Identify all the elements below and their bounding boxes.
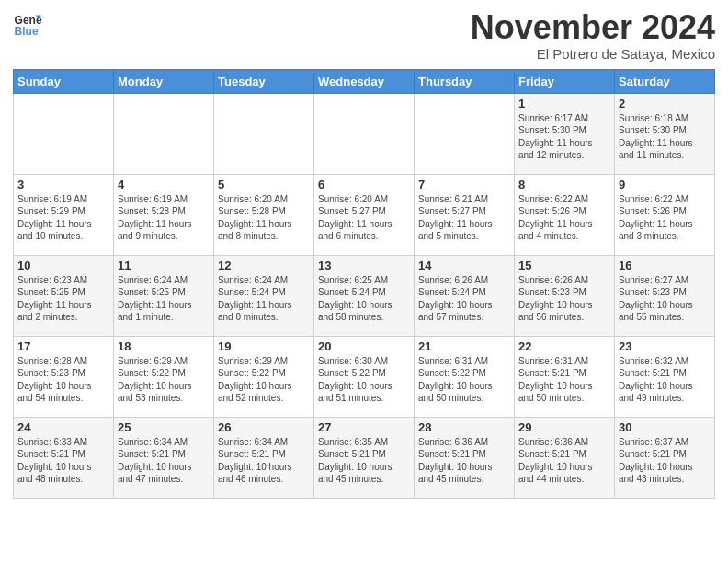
calendar-cell: 10Sunrise: 6:23 AM Sunset: 5:25 PM Dayli… — [14, 255, 114, 336]
day-number: 28 — [418, 420, 510, 434]
day-info: Sunrise: 6:20 AM Sunset: 5:27 PM Dayligh… — [318, 193, 410, 243]
day-number: 25 — [118, 420, 210, 434]
weekday-header-row: SundayMondayTuesdayWednesdayThursdayFrid… — [14, 69, 715, 93]
day-info: Sunrise: 6:37 AM Sunset: 5:21 PM Dayligh… — [619, 436, 711, 486]
day-info: Sunrise: 6:25 AM Sunset: 5:24 PM Dayligh… — [318, 274, 410, 324]
calendar-cell: 26Sunrise: 6:34 AM Sunset: 5:21 PM Dayli… — [214, 417, 314, 498]
calendar-cell: 23Sunrise: 6:32 AM Sunset: 5:21 PM Dayli… — [615, 336, 715, 417]
day-info: Sunrise: 6:20 AM Sunset: 5:28 PM Dayligh… — [218, 193, 310, 243]
day-number: 30 — [619, 420, 711, 434]
day-info: Sunrise: 6:36 AM Sunset: 5:21 PM Dayligh… — [418, 436, 510, 486]
calendar-table: SundayMondayTuesdayWednesdayThursdayFrid… — [13, 69, 715, 499]
day-number: 12 — [218, 259, 310, 272]
header: General Blue November 2024 El Potrero de… — [13, 9, 715, 62]
calendar-week-1: 1Sunrise: 6:17 AM Sunset: 5:30 PM Daylig… — [14, 93, 715, 174]
day-info: Sunrise: 6:21 AM Sunset: 5:27 PM Dayligh… — [418, 193, 510, 243]
day-number: 2 — [619, 97, 711, 110]
day-info: Sunrise: 6:22 AM Sunset: 5:26 PM Dayligh… — [518, 193, 610, 243]
weekday-header-friday: Friday — [515, 69, 615, 93]
day-number: 29 — [518, 420, 610, 434]
location: El Potrero de Sataya, Mexico — [471, 46, 715, 62]
day-number: 4 — [118, 178, 210, 191]
day-number: 15 — [518, 259, 610, 272]
day-info: Sunrise: 6:34 AM Sunset: 5:21 PM Dayligh… — [118, 436, 210, 486]
day-info: Sunrise: 6:35 AM Sunset: 5:21 PM Dayligh… — [318, 436, 410, 486]
calendar-cell: 30Sunrise: 6:37 AM Sunset: 5:21 PM Dayli… — [615, 417, 715, 498]
title-block: November 2024 El Potrero de Sataya, Mexi… — [471, 9, 715, 62]
day-info: Sunrise: 6:24 AM Sunset: 5:24 PM Dayligh… — [218, 274, 310, 324]
day-info: Sunrise: 6:33 AM Sunset: 5:21 PM Dayligh… — [17, 436, 109, 486]
weekday-header-monday: Monday — [114, 69, 214, 93]
page-container: General Blue November 2024 El Potrero de… — [0, 0, 728, 506]
calendar-cell — [314, 93, 415, 174]
calendar-cell — [114, 93, 214, 174]
day-number: 20 — [318, 339, 410, 353]
calendar-cell: 11Sunrise: 6:24 AM Sunset: 5:25 PM Dayli… — [114, 255, 214, 336]
calendar-cell — [214, 93, 314, 174]
calendar-week-2: 3Sunrise: 6:19 AM Sunset: 5:29 PM Daylig… — [14, 174, 715, 255]
calendar-cell: 29Sunrise: 6:36 AM Sunset: 5:21 PM Dayli… — [515, 417, 615, 498]
calendar-cell: 14Sunrise: 6:26 AM Sunset: 5:24 PM Dayli… — [415, 255, 515, 336]
day-info: Sunrise: 6:19 AM Sunset: 5:28 PM Dayligh… — [118, 193, 210, 243]
day-info: Sunrise: 6:31 AM Sunset: 5:21 PM Dayligh… — [518, 355, 610, 405]
day-info: Sunrise: 6:26 AM Sunset: 5:24 PM Dayligh… — [418, 274, 510, 324]
calendar-body: 1Sunrise: 6:17 AM Sunset: 5:30 PM Daylig… — [14, 93, 715, 498]
day-info: Sunrise: 6:34 AM Sunset: 5:21 PM Dayligh… — [218, 436, 310, 486]
day-info: Sunrise: 6:29 AM Sunset: 5:22 PM Dayligh… — [218, 355, 310, 405]
day-info: Sunrise: 6:26 AM Sunset: 5:23 PM Dayligh… — [518, 274, 610, 324]
day-number: 18 — [118, 339, 210, 353]
day-info: Sunrise: 6:29 AM Sunset: 5:22 PM Dayligh… — [118, 355, 210, 405]
day-number: 6 — [318, 178, 410, 191]
calendar-cell: 20Sunrise: 6:30 AM Sunset: 5:22 PM Dayli… — [314, 336, 415, 417]
day-info: Sunrise: 6:36 AM Sunset: 5:21 PM Dayligh… — [518, 436, 610, 486]
day-number: 22 — [518, 339, 610, 353]
day-number: 26 — [218, 420, 310, 434]
weekday-header-tuesday: Tuesday — [214, 69, 314, 93]
day-info: Sunrise: 6:24 AM Sunset: 5:25 PM Dayligh… — [118, 274, 210, 324]
calendar-cell: 18Sunrise: 6:29 AM Sunset: 5:22 PM Dayli… — [114, 336, 214, 417]
calendar-cell: 15Sunrise: 6:26 AM Sunset: 5:23 PM Dayli… — [515, 255, 615, 336]
day-number: 17 — [17, 339, 109, 353]
day-info: Sunrise: 6:17 AM Sunset: 5:30 PM Dayligh… — [518, 112, 610, 162]
calendar-cell: 28Sunrise: 6:36 AM Sunset: 5:21 PM Dayli… — [415, 417, 515, 498]
calendar-cell — [14, 93, 114, 174]
calendar-week-4: 17Sunrise: 6:28 AM Sunset: 5:23 PM Dayli… — [14, 336, 715, 417]
calendar-cell: 21Sunrise: 6:31 AM Sunset: 5:22 PM Dayli… — [415, 336, 515, 417]
day-number: 11 — [118, 259, 210, 272]
logo-icon: General Blue — [13, 9, 42, 39]
day-number: 13 — [318, 259, 410, 272]
day-number: 24 — [17, 420, 109, 434]
calendar-cell: 25Sunrise: 6:34 AM Sunset: 5:21 PM Dayli… — [114, 417, 214, 498]
weekday-header-saturday: Saturday — [615, 69, 715, 93]
calendar-cell: 7Sunrise: 6:21 AM Sunset: 5:27 PM Daylig… — [415, 174, 515, 255]
day-info: Sunrise: 6:30 AM Sunset: 5:22 PM Dayligh… — [318, 355, 410, 405]
calendar-cell: 3Sunrise: 6:19 AM Sunset: 5:29 PM Daylig… — [14, 174, 114, 255]
day-number: 5 — [218, 178, 310, 191]
day-info: Sunrise: 6:19 AM Sunset: 5:29 PM Dayligh… — [17, 193, 109, 243]
day-number: 23 — [619, 339, 711, 353]
calendar-cell: 12Sunrise: 6:24 AM Sunset: 5:24 PM Dayli… — [214, 255, 314, 336]
day-info: Sunrise: 6:22 AM Sunset: 5:26 PM Dayligh… — [619, 193, 711, 243]
calendar-cell: 5Sunrise: 6:20 AM Sunset: 5:28 PM Daylig… — [214, 174, 314, 255]
weekday-header-sunday: Sunday — [14, 69, 114, 93]
day-number: 8 — [518, 178, 610, 191]
day-number: 1 — [518, 97, 610, 110]
day-number: 14 — [418, 259, 510, 272]
calendar-cell: 19Sunrise: 6:29 AM Sunset: 5:22 PM Dayli… — [214, 336, 314, 417]
calendar-cell: 16Sunrise: 6:27 AM Sunset: 5:23 PM Dayli… — [615, 255, 715, 336]
logo: General Blue — [13, 9, 42, 39]
weekday-header-thursday: Thursday — [415, 69, 515, 93]
calendar-cell: 9Sunrise: 6:22 AM Sunset: 5:26 PM Daylig… — [615, 174, 715, 255]
day-info: Sunrise: 6:28 AM Sunset: 5:23 PM Dayligh… — [17, 355, 109, 405]
calendar-cell — [415, 93, 515, 174]
svg-text:Blue: Blue — [15, 25, 39, 38]
day-number: 21 — [418, 339, 510, 353]
day-info: Sunrise: 6:31 AM Sunset: 5:22 PM Dayligh… — [418, 355, 510, 405]
day-info: Sunrise: 6:27 AM Sunset: 5:23 PM Dayligh… — [619, 274, 711, 324]
calendar-cell: 17Sunrise: 6:28 AM Sunset: 5:23 PM Dayli… — [14, 336, 114, 417]
calendar-cell: 24Sunrise: 6:33 AM Sunset: 5:21 PM Dayli… — [14, 417, 114, 498]
day-number: 19 — [218, 339, 310, 353]
day-info: Sunrise: 6:18 AM Sunset: 5:30 PM Dayligh… — [619, 112, 711, 162]
day-number: 9 — [619, 178, 711, 191]
day-number: 7 — [418, 178, 510, 191]
